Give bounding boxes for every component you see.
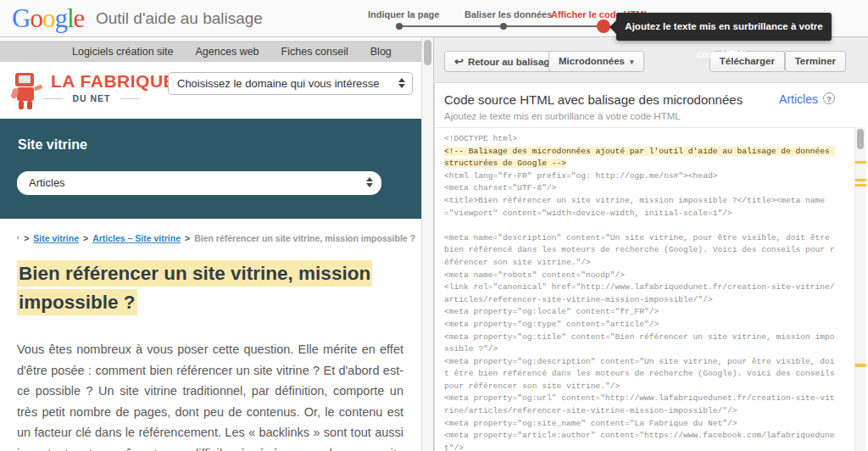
nav-item-logiciels[interactable]: Logiciels création site	[72, 46, 174, 58]
code-scrollbar-thumb[interactable]	[857, 129, 864, 149]
nav-item-fiches[interactable]: Fiches conseil	[281, 46, 348, 58]
code-viewport[interactable]: <!DOCTYPE html> <!-- Balisage des microd…	[435, 127, 854, 451]
breadcrumb-link-articles[interactable]: Articles – Site vitrine	[92, 233, 181, 243]
articles-type-link[interactable]: Articles	[779, 92, 818, 106]
highlight-marker	[855, 179, 866, 181]
select-arrows-icon	[366, 177, 373, 187]
tooltip-arrow	[609, 20, 616, 34]
breadcrumb: > Site vitrine > Articles – Site vitrine…	[17, 231, 415, 245]
back-to-tagging-button[interactable]: ↩Retour au balisage	[444, 51, 565, 72]
breadcrumb-separator: >	[83, 233, 88, 243]
nav-item-blog[interactable]: Blog	[370, 46, 392, 58]
left-scrollbar-thumb[interactable]	[424, 40, 431, 65]
hero-title: Site vitrine	[18, 137, 87, 153]
breadcrumb-link-site-vitrine[interactable]: Site vitrine	[33, 233, 79, 243]
highlight-marker	[855, 161, 866, 164]
step-label-tag: Baliser les données	[465, 9, 552, 19]
code-source-card: Code source HTML avec balisage des micro…	[434, 82, 868, 451]
chevron-down-icon: ▾	[630, 58, 634, 66]
code-toolbar: ↩Retour au balisage Microdonnées▾ Téléch…	[444, 51, 860, 73]
code-scrollbar[interactable]	[854, 127, 865, 451]
articles-select[interactable]: Articles	[17, 171, 381, 195]
back-arrow-icon: ↩	[454, 55, 464, 68]
page-preview-panel: Logiciels création site Agences web Fich…	[0, 37, 421, 451]
code-card-title: Code source HTML avec balisage des micro…	[444, 92, 743, 107]
step-dot-indicate[interactable]	[396, 23, 403, 30]
code-card-subtitle: Ajoutez le texte mis en surbrillance à v…	[444, 111, 681, 121]
highlight-tooltip: Ajoutez le texte mis en surbrillance à v…	[616, 13, 832, 41]
select-arrows-icon	[398, 78, 405, 88]
site-logo[interactable]: LA FABRIQUE DU NET	[10, 68, 163, 120]
robot-mascot-icon	[10, 71, 44, 110]
breadcrumb-current: Bien référencer un site vitrine, mission…	[194, 233, 415, 243]
google-logo: Google	[12, 3, 84, 34]
nav-item-agences[interactable]: Agences web	[196, 46, 259, 58]
breadcrumb-separator: >	[185, 233, 190, 243]
step-label-indicate: Indiquer la page	[368, 9, 439, 19]
highlight-marker	[855, 184, 866, 187]
logo-rule-right	[120, 98, 139, 99]
article-body: Vous êtes nombreux à vous poser cette qu…	[17, 339, 403, 451]
article-title: Bien référencer un site vitrine, mission…	[17, 259, 407, 317]
breadcrumb-separator: >	[24, 233, 29, 243]
highlight-marker	[855, 364, 866, 367]
finish-button[interactable]: Terminer	[785, 51, 846, 72]
domain-select-value: Choisissez le domaine qui vous intéresse	[177, 77, 379, 90]
domain-select[interactable]: Choisissez le domaine qui vous intéresse	[168, 72, 413, 95]
site-nav-bar: Logiciels création site Agences web Fich…	[0, 41, 421, 62]
html-code-panel: ↩Retour au balisage Microdonnées▾ Téléch…	[433, 37, 868, 451]
breadcrumb-home-icon[interactable]	[17, 231, 19, 245]
step-dot-show-html[interactable]	[597, 19, 610, 33]
help-icon[interactable]: ?	[823, 92, 835, 104]
step-dot-tag[interactable]	[500, 23, 507, 30]
logo-text-line1: LA FABRIQUE	[51, 71, 175, 92]
app-title: Outil d'aide au balisage	[96, 9, 263, 28]
left-panel-scrollbar[interactable]	[421, 37, 433, 451]
articles-select-value: Articles	[29, 176, 65, 189]
format-dropdown-button[interactable]: Microdonnées▾	[548, 51, 644, 72]
html-source-code: <!DOCTYPE html> <!-- Balisage des microd…	[444, 133, 836, 451]
hero-section: Site vitrine Articles	[0, 119, 421, 219]
article-title-highlight: Bien référencer un site vitrine, mission…	[17, 260, 372, 315]
